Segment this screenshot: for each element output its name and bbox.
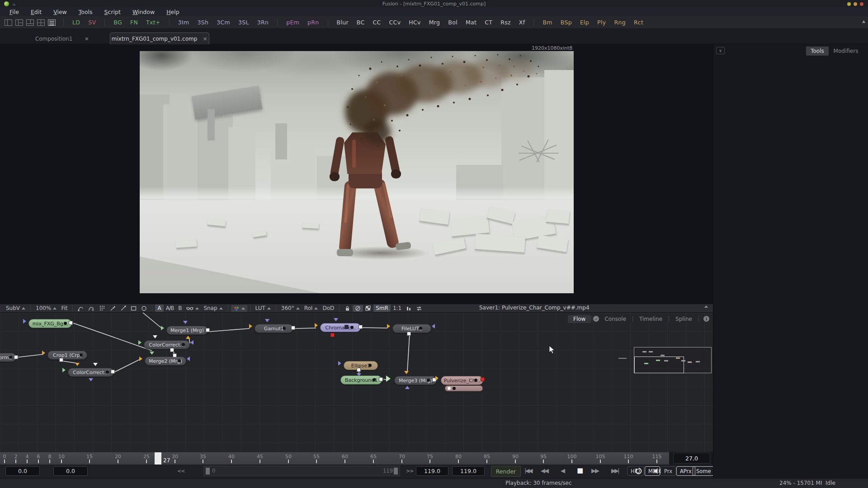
paint-grid-icon[interactable] — [97, 305, 108, 312]
navigator-viewport[interactable] — [634, 357, 684, 373]
tab-spline[interactable]: Spline — [670, 315, 698, 323]
tool-merge-button[interactable]: Mrg — [425, 18, 444, 27]
tool-prender-button[interactable]: pRn — [303, 18, 323, 27]
tool-camera3d-button[interactable]: 3Cm — [212, 18, 234, 27]
line-tool-icon[interactable] — [118, 305, 128, 312]
checker-underlay-icon[interactable] — [363, 305, 373, 312]
swap-arrows-icon[interactable] — [414, 305, 425, 312]
circle-tool-icon[interactable] — [139, 305, 149, 312]
tool-resize-button[interactable]: Rsz — [496, 18, 515, 27]
node-filelut1[interactable]: FileLUT1 — [392, 324, 431, 333]
render-end-field[interactable]: 119.0 — [416, 466, 448, 476]
tab-composition1-close-icon[interactable]: × — [84, 35, 89, 42]
layout-single-icon[interactable] — [5, 19, 12, 26]
timeline-ruler[interactable]: 0 2 4 6 8 10 15 20 25 30 35 40 45 50 55 … — [0, 452, 669, 465]
tab-modifiers[interactable]: Modifiers — [830, 47, 862, 56]
layout-stack-icon[interactable] — [48, 19, 56, 26]
lock-icon[interactable] — [342, 305, 353, 312]
tool-rect-button[interactable]: Rct — [630, 18, 647, 27]
go-last-frame-button[interactable]: ▶▶| — [611, 467, 618, 474]
snap-button[interactable]: Snap — [201, 305, 225, 312]
global-end-field[interactable]: 119.0 — [452, 466, 485, 476]
tool-bspline-button[interactable]: BSp — [557, 18, 576, 27]
stop-button[interactable]: ■ — [577, 466, 583, 474]
show-controls-icon[interactable] — [353, 305, 363, 312]
step-back-fast-button[interactable]: ◀◀ — [541, 467, 548, 474]
window-minimize-icon[interactable] — [847, 2, 851, 6]
tool-fastnoise-button[interactable]: FN — [126, 18, 142, 27]
tool-pemitter-button[interactable]: pEm — [282, 18, 303, 27]
view360-button[interactable]: 360° — [279, 305, 302, 312]
tool-render3d-button[interactable]: 3Rn — [253, 18, 273, 27]
range-in-handle[interactable] — [206, 468, 210, 474]
node-merge1[interactable]: Merge1 (Mrg) — [166, 326, 208, 335]
fit-button[interactable]: Fit — [59, 305, 70, 312]
tab-flow[interactable]: Flow — [568, 315, 591, 323]
brush-tool-icon[interactable] — [108, 305, 118, 312]
view-b-button[interactable]: B — [176, 305, 184, 312]
tool-background-button[interactable]: BG — [109, 18, 126, 27]
node-gamut1[interactable]: Gamut1 — [255, 324, 293, 333]
go-first-frame-button[interactable]: |◀◀ — [524, 467, 531, 474]
zoom-level-button[interactable]: 100% — [33, 305, 59, 312]
jump-to-start-button[interactable]: << — [177, 468, 184, 474]
window-close-icon[interactable] — [860, 2, 863, 6]
tool-spotlight3d-button[interactable]: 3SL — [234, 18, 253, 27]
one-to-one-button[interactable]: 1:1 — [391, 305, 404, 312]
node-merge3[interactable]: Merge3 (Mrg) — [394, 376, 437, 385]
tool-colortransform-button[interactable]: CT — [481, 18, 496, 27]
window-maximize-icon[interactable] — [854, 2, 857, 6]
bspline-tool-icon[interactable]: B — [86, 305, 97, 312]
playhead[interactable] — [155, 452, 161, 465]
tool-mattecontrol-button[interactable]: Mat — [462, 18, 481, 27]
viewer-source-label[interactable]: Saver1: Pulverize_Char_Comp_v##.mp4 — [479, 305, 590, 311]
tool-huecurves-button[interactable]: HCv — [405, 18, 425, 27]
rectangle-tool-icon[interactable] — [128, 305, 139, 312]
menu-tools[interactable]: Tools — [73, 8, 99, 16]
menu-file[interactable]: File — [4, 8, 25, 16]
tool-transform-button[interactable]: Xf — [515, 18, 529, 27]
toolbar-overflow-icon[interactable]: ▲ — [862, 19, 865, 23]
tab-timeline[interactable]: Timeline — [634, 315, 668, 323]
tool-blur-button[interactable]: Blur — [333, 18, 353, 27]
node-chromatic-aberration[interactable]: Chromatic... — [320, 323, 361, 332]
layout-bottom-icon[interactable] — [26, 19, 34, 26]
tool-boolean-button[interactable]: Bol — [444, 18, 462, 27]
layout-split-icon[interactable] — [15, 19, 23, 26]
tool-shape3d-button[interactable]: 3Sh — [193, 18, 212, 27]
menu-script[interactable]: Script — [99, 8, 127, 16]
menu-window[interactable]: Window — [127, 8, 160, 16]
tab-console[interactable]: Console — [599, 315, 632, 323]
bezier-tool-icon[interactable] — [75, 305, 86, 312]
tab-tools[interactable]: Tools — [806, 47, 829, 56]
flow-navigator[interactable] — [634, 347, 712, 373]
layout-quad-icon[interactable] — [37, 19, 45, 26]
global-start-field[interactable]: 0.0 — [5, 466, 40, 476]
smooth-resize-button[interactable]: SmR — [373, 305, 391, 312]
proxy-button[interactable]: Prx — [660, 466, 676, 476]
panel-collapse-button[interactable]: ∨ — [716, 47, 725, 54]
flow-editor[interactable]: orm1 mix_FXG_Bg... Crop1 (Crp) ColorCorr… — [0, 313, 713, 452]
tool-polygon-button[interactable]: Ply — [593, 18, 610, 27]
stereo-glasses-icon[interactable] — [184, 305, 201, 311]
node-background1[interactable]: Background1 — [340, 375, 382, 385]
roi-button[interactable]: RoI — [302, 305, 321, 312]
play-forward-button[interactable]: ▶▶ — [591, 467, 599, 474]
tool-saver-button[interactable]: SV — [84, 18, 100, 27]
tool-brightness-button[interactable]: BC — [353, 18, 369, 27]
hiq-button[interactable]: HiQ — [627, 466, 644, 476]
menu-edit[interactable]: Edit — [25, 8, 47, 16]
info-icon[interactable]: i — [703, 316, 709, 322]
tab-composition1[interactable]: Composition1 × — [14, 33, 111, 44]
tool-colorcorrector-button[interactable]: CC — [369, 18, 385, 27]
tool-loader-button[interactable]: LD — [68, 18, 84, 27]
menu-view[interactable]: View — [47, 8, 73, 16]
current-frame-field[interactable]: 27.0 — [673, 453, 710, 464]
tool-rectangle-mask-button[interactable]: Rng — [610, 18, 629, 27]
lut-button[interactable]: LUT — [253, 305, 273, 312]
viewer-source-expand-icon[interactable] — [704, 305, 708, 308]
levels-icon[interactable] — [404, 305, 414, 312]
dod-button[interactable]: DoD — [320, 305, 336, 312]
channel-rgb-icon[interactable] — [231, 305, 247, 312]
viewer-image[interactable] — [140, 51, 574, 293]
